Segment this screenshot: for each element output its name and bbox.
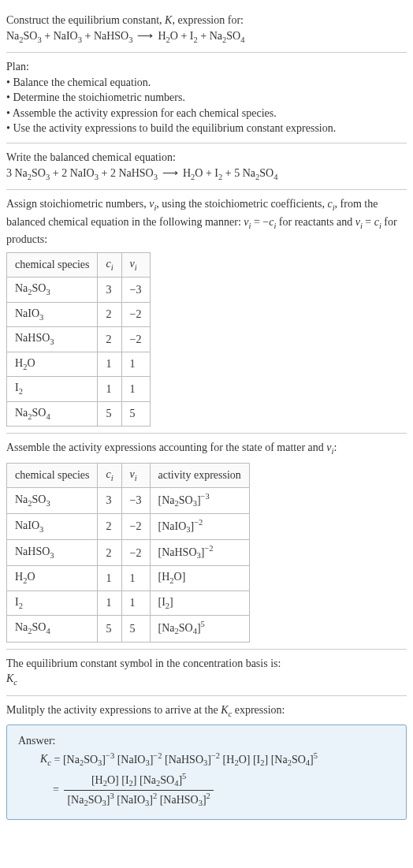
- cell-species: Na2SO3: [7, 278, 98, 302]
- cell-nui: 1: [121, 566, 150, 590]
- symbol-line1: The equilibrium constant symbol in the c…: [6, 656, 407, 672]
- table-row: Na2SO33−3[Na2SO3]−3: [7, 488, 250, 514]
- cell-ci: 2: [98, 514, 121, 540]
- stoich-section: Assign stoichiometric numbers, νi, using…: [6, 190, 407, 434]
- table-row: NaIO32−2: [7, 302, 151, 326]
- col-nui: νi: [121, 252, 150, 277]
- table-row: H2O11: [7, 352, 151, 376]
- plan-heading: Plan:: [6, 59, 407, 75]
- activity-text: Assemble the activity expressions accoun…: [6, 440, 407, 457]
- table-row: NaHSO32−2[NaHSO3]−2: [7, 540, 250, 566]
- cell-nui: −2: [121, 540, 150, 566]
- intro-equation: Na2SO3 + NaIO3 + NaHSO3⟶H2O + I2 + Na2SO…: [6, 28, 407, 46]
- stoich-text: Assign stoichiometric numbers, νi, using…: [6, 196, 407, 248]
- table-row: NaIO32−2[NaIO3]−2: [7, 514, 250, 540]
- cell-species: I2: [7, 377, 98, 401]
- cell-nui: 5: [121, 401, 150, 426]
- table-row: Na2SO455[Na2SO4]5: [7, 616, 250, 642]
- symbol-kc: Kc: [6, 671, 407, 688]
- answer-equation-flat: Kc = [Na2SO3]−3 [NaIO3]−2 [NaHSO3]−2 [H2…: [18, 751, 395, 769]
- fraction-denominator: [Na2SO3]3 [NaIO3]2 [NaHSO3]2: [64, 791, 213, 810]
- table-row: I211[I2]: [7, 590, 250, 615]
- col-ci: ci: [98, 463, 121, 487]
- table-row: NaHSO32−2: [7, 327, 151, 352]
- table-header-row: chemical species ci νi: [7, 252, 151, 277]
- cell-activity: [Na2SO4]5: [150, 616, 249, 642]
- activity-section: Assemble the activity expressions accoun…: [6, 434, 407, 650]
- cell-species: NaHSO3: [7, 540, 98, 566]
- cell-ci: 1: [98, 377, 121, 401]
- cell-activity: [NaHSO3]−2: [150, 540, 249, 566]
- plan-item-text: Assemble the activity expression for eac…: [13, 107, 277, 119]
- plan-item: • Balance the chemical equation.: [6, 75, 407, 91]
- cell-species: NaHSO3: [7, 327, 98, 352]
- cell-nui: −3: [121, 278, 150, 302]
- col-ci: ci: [98, 252, 121, 277]
- plan-item: • Determine the stoichiometric numbers.: [6, 90, 407, 106]
- cell-ci: 5: [98, 616, 121, 642]
- balanced-equation: 3 Na2SO3 + 2 NaIO3 + 2 NaHSO3⟶H2O + I2 +…: [6, 166, 407, 183]
- cell-ci: 3: [98, 278, 121, 302]
- cell-nui: 5: [121, 616, 150, 642]
- cell-species: Na2SO3: [7, 488, 98, 514]
- cell-nui: −3: [121, 488, 150, 514]
- col-nui: νi: [121, 463, 150, 487]
- cell-nui: 1: [121, 352, 150, 376]
- answer-box: Answer: Kc = [Na2SO3]−3 [NaIO3]−2 [NaHSO…: [6, 725, 407, 820]
- cell-species: H2O: [7, 352, 98, 376]
- plan-item-text: Determine the stoichiometric numbers.: [13, 91, 185, 103]
- cell-ci: 3: [98, 488, 121, 514]
- intro-section: Construct the equilibrium constant, K, e…: [6, 6, 407, 53]
- table-row: H2O11[H2O]: [7, 566, 250, 590]
- cell-ci: 1: [98, 352, 121, 376]
- cell-nui: −2: [121, 302, 150, 326]
- plan-item-text: Use the activity expressions to build th…: [13, 122, 336, 134]
- cell-ci: 1: [98, 566, 121, 590]
- intro-line1: Construct the equilibrium constant, K, e…: [6, 13, 407, 28]
- cell-activity: [H2O]: [150, 566, 249, 590]
- plan-item: • Assemble the activity expression for e…: [6, 106, 407, 121]
- cell-ci: 2: [98, 540, 121, 566]
- activity-table: chemical species ci νi activity expressi…: [6, 463, 250, 643]
- cell-species: H2O: [7, 566, 98, 590]
- cell-activity: [I2]: [150, 590, 249, 615]
- cell-nui: 1: [121, 377, 150, 401]
- cell-species: Na2SO4: [7, 401, 98, 426]
- multiply-section: Mulitply the activity expressions to arr…: [6, 696, 407, 827]
- cell-species: I2: [7, 590, 98, 615]
- answer-equation-frac: = [H2O] [I2] [Na2SO4]5 [Na2SO3]3 [NaIO3]…: [18, 771, 395, 810]
- plan-section: Plan: • Balance the chemical equation. •…: [6, 53, 407, 143]
- plan-item-text: Balance the chemical equation.: [13, 76, 151, 88]
- cell-species: Na2SO4: [7, 616, 98, 642]
- col-species: chemical species: [7, 463, 98, 487]
- table-row: I211: [7, 377, 151, 401]
- col-species: chemical species: [7, 252, 98, 277]
- balanced-line1: Write the balanced chemical equation:: [6, 150, 407, 166]
- cell-ci: 1: [98, 590, 121, 615]
- col-activity: activity expression: [150, 463, 249, 487]
- multiply-text: Mulitply the activity expressions to arr…: [6, 702, 407, 720]
- cell-ci: 2: [98, 302, 121, 326]
- symbol-section: The equilibrium constant symbol in the c…: [6, 650, 407, 696]
- cell-activity: [Na2SO3]−3: [150, 488, 249, 514]
- table-header-row: chemical species ci νi activity expressi…: [7, 463, 250, 487]
- cell-nui: 1: [121, 590, 150, 615]
- fraction-numerator: [H2O] [I2] [Na2SO4]5: [64, 771, 213, 791]
- cell-activity: [NaIO3]−2: [150, 514, 249, 540]
- answer-label: Answer:: [18, 733, 395, 749]
- cell-species: NaIO3: [7, 302, 98, 326]
- cell-species: NaIO3: [7, 514, 98, 540]
- stoich-table: chemical species ci νi Na2SO33−3 NaIO32−…: [6, 252, 151, 427]
- table-row: Na2SO33−3: [7, 278, 151, 302]
- plan-item: • Use the activity expressions to build …: [6, 121, 407, 136]
- balanced-section: Write the balanced chemical equation: 3 …: [6, 143, 407, 190]
- table-row: Na2SO455: [7, 401, 151, 426]
- cell-nui: −2: [121, 327, 150, 352]
- cell-ci: 5: [98, 401, 121, 426]
- cell-nui: −2: [121, 514, 150, 540]
- cell-ci: 2: [98, 327, 121, 352]
